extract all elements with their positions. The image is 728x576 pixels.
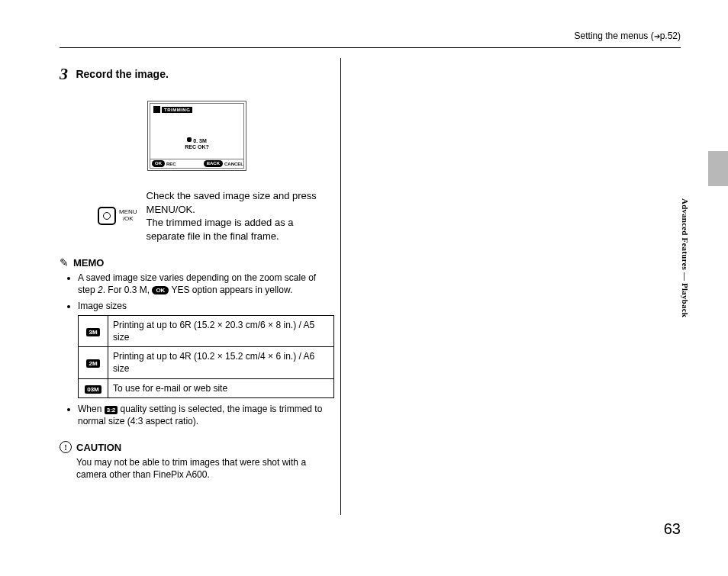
caution-label: CAUTION bbox=[76, 442, 121, 453]
lcd-cancel-label: CANCEL bbox=[224, 162, 243, 166]
lcd-rec-label: REC bbox=[166, 162, 176, 166]
table-row: 03M To use for e-mail or web site bbox=[79, 378, 334, 397]
header-page-ref: p.52) bbox=[660, 31, 681, 41]
lcd-mode-tag: TRIMMING bbox=[153, 106, 192, 113]
step-number: 3 bbox=[60, 64, 68, 83]
back-pill-icon: BACK bbox=[204, 160, 223, 167]
instruction-p2: The trimmed image is added as a separate… bbox=[147, 216, 330, 243]
left-column: 3 Record the image. TRIMMING 0. 3M REC O… bbox=[60, 64, 334, 481]
memo-heading: ✎ MEMO bbox=[60, 256, 334, 269]
lcd-center-text: 0. 3M REC OK? bbox=[150, 137, 243, 151]
arrow-right-icon: ➔ bbox=[654, 32, 660, 40]
memo-item-3: When 3:2 quality setting is selected, th… bbox=[78, 403, 334, 427]
ok-pill-inline-icon: OK bbox=[152, 286, 169, 294]
lcd-size-line: 0. 3M bbox=[150, 137, 243, 144]
size-desc: To use for e-mail or web site bbox=[108, 378, 334, 397]
ok-pill-icon: OK bbox=[152, 160, 165, 167]
camera-lcd-illustration: TRIMMING 0. 3M REC OK? OK REC BACK CANCE… bbox=[147, 101, 246, 171]
size-badge-icon: 2M bbox=[86, 359, 99, 368]
button-outline-icon bbox=[98, 207, 116, 225]
header-chapter-ref: Setting the menus (➔p.52) bbox=[575, 31, 681, 41]
column-divider bbox=[340, 58, 341, 515]
size-badge-icon: 03M bbox=[85, 385, 101, 394]
image-sizes-table: 3M Printing at up to 6R (15.2 × 20.3 cm/… bbox=[78, 315, 334, 398]
caution-text: You may not be able to trim images that … bbox=[76, 456, 334, 481]
header-rule bbox=[60, 47, 681, 48]
table-row: 3M Printing at up to 6R (15.2 × 20.3 cm/… bbox=[79, 315, 334, 346]
step-heading: 3 Record the image. bbox=[60, 64, 334, 84]
lcd-confirm-line: REC OK? bbox=[150, 144, 243, 150]
section-side-label: Advanced Features — Playback bbox=[681, 198, 690, 317]
size-badge-icon: 3M bbox=[86, 328, 99, 336]
memo-item-2: Image sizes 3M Printing at up to 6R (15.… bbox=[78, 300, 334, 398]
step-title: Record the image. bbox=[76, 68, 168, 80]
lcd-inner: TRIMMING 0. 3M REC OK? OK REC BACK CANCE… bbox=[150, 103, 244, 169]
playback-icon bbox=[153, 106, 160, 113]
section-thumb-tab bbox=[708, 151, 728, 186]
caution-heading: ! CAUTION bbox=[60, 441, 334, 453]
step-ref: 2 bbox=[98, 285, 103, 295]
instruction-block: MENU /OK Check the saved image size and … bbox=[60, 189, 334, 243]
aspect-ratio-badge-icon: 3:2 bbox=[105, 406, 118, 414]
size-desc: Printing at up to 6R (15.2 × 20.3 cm/6 ×… bbox=[108, 315, 334, 346]
menu-ok-button-icon: MENU /OK bbox=[98, 189, 137, 243]
instruction-p1: Check the saved image size and press MEN… bbox=[147, 189, 330, 216]
instruction-text: Check the saved image size and press MEN… bbox=[147, 189, 330, 243]
memo-item-1: A saved image size varies depending on t… bbox=[78, 272, 334, 296]
table-row: 2M Printing at up to 4R (10.2 × 15.2 cm/… bbox=[79, 347, 334, 378]
lcd-bottom-bar: OK REC BACK CANCEL bbox=[150, 159, 243, 168]
lcd-mode-label: TRIMMING bbox=[162, 107, 192, 113]
manual-page: Setting the menus (➔p.52) 3 Record the i… bbox=[0, 0, 728, 576]
caution-icon: ! bbox=[60, 441, 72, 453]
page-number: 63 bbox=[664, 520, 681, 538]
menu-ok-label: MENU /OK bbox=[119, 209, 137, 223]
memo-label: MEMO bbox=[73, 257, 104, 269]
header-text: Setting the menus ( bbox=[575, 31, 654, 41]
size-desc: Printing at up to 4R (10.2 × 15.2 cm/4 ×… bbox=[108, 347, 334, 378]
memo-hand-icon: ✎ bbox=[60, 256, 69, 269]
memo-list: A saved image size varies depending on t… bbox=[78, 272, 334, 427]
